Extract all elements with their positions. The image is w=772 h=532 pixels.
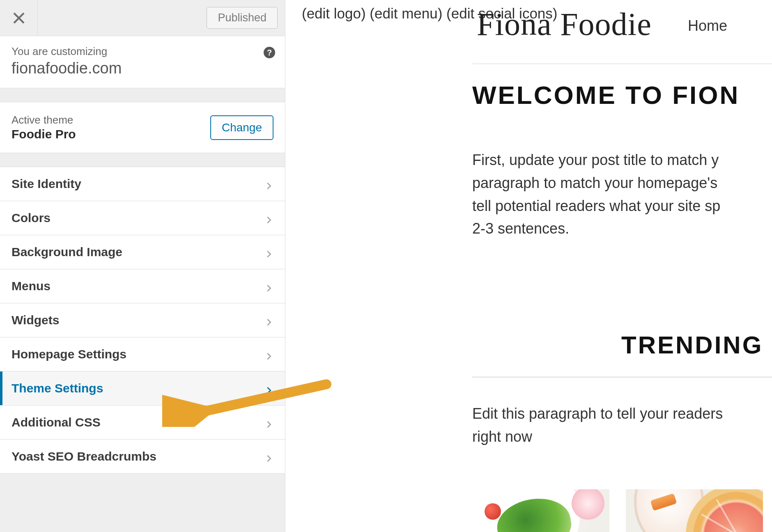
chevron-right-icon	[264, 350, 273, 359]
menu-item-site-identity[interactable]: Site Identity	[0, 167, 285, 201]
recipe-thumb-2[interactable]	[626, 489, 763, 532]
site-domain: fionafoodie.com	[11, 60, 273, 77]
menu-item-yoast-seo-breadcrumbs[interactable]: Yoast SEO Breadcrumbs	[0, 440, 285, 474]
active-theme-block: Active theme Foodie Pro Change	[0, 102, 285, 153]
divider	[0, 88, 285, 102]
menu-item-colors[interactable]: Colors	[0, 201, 285, 235]
active-theme-name: Foodie Pro	[11, 127, 210, 141]
menu-item-menus[interactable]: Menus	[0, 269, 285, 303]
site-preview: (edit logo) (edit menu) (edit social ico…	[285, 0, 772, 532]
nav-link-home[interactable]: Home	[688, 17, 727, 34]
customizer-menu: Site IdentityColorsBackground ImageMenus…	[0, 167, 285, 474]
menu-item-theme-settings[interactable]: Theme Settings	[0, 371, 285, 406]
change-theme-button[interactable]: Change	[210, 115, 273, 140]
menu-item-label: Additional CSS	[11, 415, 101, 429]
header-divider	[472, 64, 772, 64]
menu-item-label: Widgets	[11, 313, 59, 327]
intro-paragraph: First, update your post title to match y…	[472, 149, 772, 240]
customizing-info: You are customizing fionafoodie.com ?	[0, 36, 285, 88]
trending-divider	[472, 377, 772, 377]
welcome-heading: WELCOME TO FION	[472, 80, 740, 110]
publish-button[interactable]: Published	[207, 7, 278, 29]
chevron-right-icon	[264, 452, 273, 461]
chevron-right-icon	[264, 418, 273, 427]
chevron-right-icon	[264, 248, 273, 257]
close-button[interactable]	[0, 0, 38, 36]
help-icon[interactable]: ?	[264, 47, 275, 58]
chevron-right-icon	[264, 179, 273, 188]
site-logo-text: Fiona Foodie	[477, 6, 652, 43]
menu-item-widgets[interactable]: Widgets	[0, 303, 285, 337]
menu-item-label: Background Image	[11, 245, 122, 259]
customizer-topbar: Published	[0, 0, 285, 36]
menu-item-additional-css[interactable]: Additional CSS	[0, 406, 285, 440]
divider	[0, 153, 285, 167]
customizing-label: You are customizing	[11, 45, 273, 58]
trending-heading: TRENDING	[621, 331, 763, 359]
trending-paragraph: Edit this paragraph to tell your readers…	[472, 402, 772, 448]
chevron-right-icon	[264, 282, 273, 291]
chevron-right-icon	[264, 384, 273, 393]
chevron-right-icon	[264, 213, 273, 222]
recipe-thumbnails	[472, 489, 763, 532]
menu-item-label: Menus	[11, 279, 51, 293]
active-theme-label: Active theme	[11, 114, 210, 126]
menu-item-homepage-settings[interactable]: Homepage Settings	[0, 337, 285, 371]
menu-item-label: Site Identity	[11, 177, 81, 191]
customizer-sidebar: Published You are customizing fionafoodi…	[0, 0, 285, 532]
menu-item-label: Homepage Settings	[11, 347, 126, 361]
recipe-thumb-1[interactable]	[472, 489, 609, 532]
menu-item-label: Theme Settings	[11, 381, 103, 395]
menu-item-label: Colors	[11, 211, 51, 225]
close-icon	[11, 11, 26, 25]
chevron-right-icon	[264, 316, 273, 325]
menu-item-background-image[interactable]: Background Image	[0, 235, 285, 269]
menu-item-label: Yoast SEO Breadcrumbs	[11, 449, 156, 463]
